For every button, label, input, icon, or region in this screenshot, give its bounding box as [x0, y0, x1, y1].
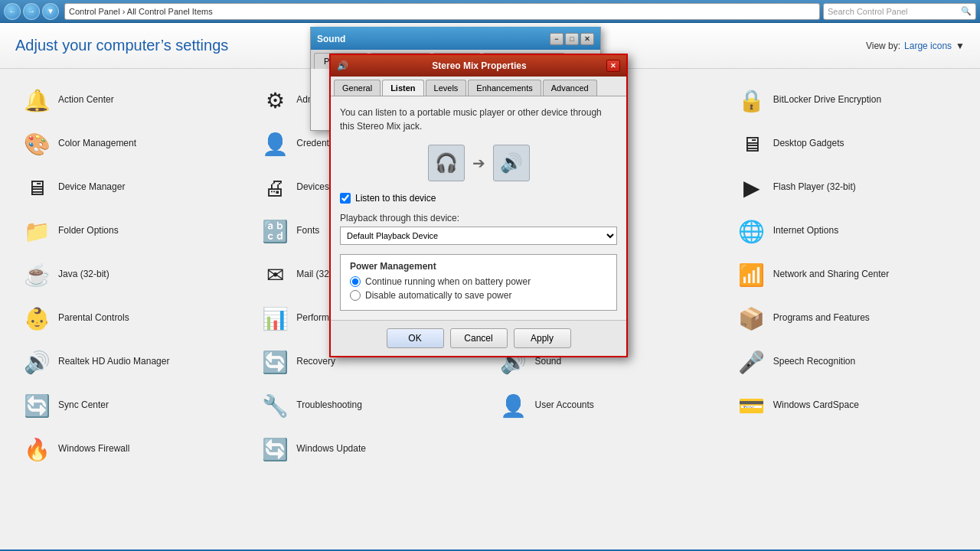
power-option2-row: Disable automatically to save power: [350, 290, 607, 301]
search-placeholder: Search Control Panel: [828, 7, 908, 16]
view-mode-selector[interactable]: Large icons: [904, 41, 952, 51]
icon-item-realtek[interactable]: 🔊 Realtek HD Audio Manager: [15, 342, 250, 382]
icon-item-java[interactable]: ☕ Java (32-bit): [15, 255, 250, 295]
icon-item-windows-update[interactable]: 🔄 Windows Update: [253, 429, 488, 469]
sound-dialog-titlebar: Sound − □ ✕: [311, 28, 600, 50]
icon-label-desktop-gadgets: Desktop Gadgets: [773, 138, 844, 150]
icon-device-manager: 🖥: [21, 172, 52, 203]
view-mode-chevron[interactable]: ▼: [956, 41, 965, 51]
power-option1-radio[interactable]: [350, 276, 361, 287]
icon-item-troubleshoot[interactable]: 🔧 Troubleshooting: [253, 386, 488, 425]
icon-item-network[interactable]: 📶 Network and Sharing Center: [730, 255, 965, 295]
icon-network: 📶: [737, 259, 767, 290]
icon-label-java: Java (32-bit): [58, 269, 109, 281]
icon-label-recovery: Recovery: [296, 356, 335, 368]
icon-item-color-mgmt[interactable]: 🎨 Color Management: [15, 124, 250, 164]
ok-button[interactable]: OK: [387, 328, 444, 348]
forward-button[interactable]: →: [23, 3, 40, 20]
listen-description: You can listen to a portable music playe…: [340, 106, 617, 133]
icon-performance: 📊: [260, 303, 290, 334]
stereo-dialog-footer: OK Cancel Apply: [331, 320, 626, 356]
stereo-tab-listen[interactable]: Listen: [382, 80, 423, 96]
icon-item-desktop-gadgets[interactable]: 🖥 Desktop Gadgets: [730, 124, 965, 164]
stereo-dialog-titlebar: 🔊 Stereo Mix Properties ✕: [331, 55, 626, 77]
sound-maximize-button[interactable]: □: [565, 33, 579, 45]
stereo-close-button[interactable]: ✕: [606, 60, 620, 72]
apply-button[interactable]: Apply: [514, 328, 571, 348]
icon-item-parental[interactable]: 👶 Parental Controls: [15, 298, 250, 338]
device-flow: 🎧 ➔ 🔊: [340, 145, 617, 181]
icon-windows-firewall: 🔥: [21, 434, 52, 465]
flow-arrow: ➔: [472, 154, 485, 172]
icon-item-programs[interactable]: 📦 Programs and Features: [730, 298, 965, 338]
icon-label-user-accounts: User Accounts: [535, 399, 594, 412]
power-option2-radio[interactable]: [350, 290, 361, 301]
icon-item-action-center[interactable]: 🔔 Action Center: [15, 80, 250, 120]
stereo-tab-enhancements[interactable]: Enhancements: [468, 80, 541, 96]
icon-programs: 📦: [737, 303, 767, 334]
icon-item-folder-options[interactable]: 📁 Folder Options: [15, 211, 250, 251]
playback-label: Playback through this device:: [340, 213, 617, 223]
stereo-dialog-tabs: General Listen Levels Enhancements Advan…: [331, 77, 626, 96]
icon-item-internet-options[interactable]: 🌐 Internet Options: [730, 211, 965, 251]
icon-item-device-manager[interactable]: 🖥 Device Manager: [15, 168, 250, 207]
view-by-control: View by: Large icons ▼: [866, 41, 965, 51]
icon-item-user-accounts[interactable]: 👤 User Accounts: [492, 386, 727, 425]
icon-label-sync: Sync Center: [58, 399, 109, 412]
icon-label-internet-options: Internet Options: [773, 225, 838, 237]
power-management-title: Power Management: [350, 261, 607, 272]
stereo-tab-levels[interactable]: Levels: [426, 80, 467, 96]
icon-sync: 🔄: [21, 390, 52, 421]
power-option1-label: Continue running when on battery power: [365, 276, 531, 287]
stereo-dialog-body: You can listen to a portable music playe…: [331, 96, 626, 320]
playback-section: Playback through this device: Default Pl…: [340, 213, 617, 245]
power-option2-label: Disable automatically to save power: [365, 290, 511, 301]
recent-button[interactable]: ▼: [42, 3, 59, 20]
icon-mail: ✉: [260, 259, 290, 290]
playback-device-select[interactable]: Default Playback Device: [340, 227, 617, 245]
icon-item-windows-cardspace[interactable]: 💳 Windows CardSpace: [730, 386, 965, 425]
icon-desktop-gadgets: 🖥: [737, 129, 767, 159]
sound-minimize-button[interactable]: −: [550, 33, 564, 45]
icon-item-flash-player[interactable]: ▶ Flash Player (32-bit): [730, 168, 965, 207]
icon-speech: 🎤: [737, 347, 767, 377]
icon-devices-printers: 🖨: [260, 172, 290, 203]
icon-label-fonts: Fonts: [296, 225, 319, 237]
icon-action-center: 🔔: [21, 85, 52, 116]
stereo-mix-dialog: 🔊 Stereo Mix Properties ✕ General Listen…: [329, 54, 628, 357]
stereo-tab-advanced[interactable]: Advanced: [543, 80, 597, 96]
icon-label-action-center: Action Center: [58, 94, 114, 106]
icon-color-mgmt: 🎨: [21, 129, 52, 159]
search-bar[interactable]: Search Control Panel 🔍: [823, 3, 976, 20]
icon-recovery: 🔄: [260, 347, 290, 377]
icon-java: ☕: [21, 259, 52, 290]
icon-label-folder-options: Folder Options: [58, 225, 119, 237]
icon-label-windows-cardspace: Windows CardSpace: [773, 399, 859, 412]
icon-item-speech[interactable]: 🎤 Speech Recognition: [730, 342, 965, 382]
icon-realtek: 🔊: [21, 347, 52, 377]
back-button[interactable]: ←: [4, 3, 21, 20]
power-management-section: Power Management Continue running when o…: [340, 254, 617, 311]
sound-dialog-title: Sound: [317, 34, 345, 44]
icon-label-windows-firewall: Windows Firewall: [58, 443, 129, 455]
stereo-dialog-title: Stereo Mix Properties: [432, 60, 526, 71]
stereo-tab-general[interactable]: General: [334, 80, 381, 96]
sound-titlebar-controls: − □ ✕: [550, 33, 594, 45]
source-device-icon: 🎧: [428, 145, 465, 181]
cancel-button[interactable]: Cancel: [450, 328, 508, 348]
icon-credential-mgr: 👤: [260, 129, 290, 159]
icon-internet-options: 🌐: [737, 216, 767, 246]
icon-label-device-manager: Device Manager: [58, 181, 125, 194]
icon-label-windows-update: Windows Update: [296, 443, 366, 455]
icon-label-network: Network and Sharing Center: [773, 269, 889, 281]
icon-item-bitlocker[interactable]: 🔒 BitLocker Drive Encryption: [730, 80, 965, 120]
icon-item-windows-firewall[interactable]: 🔥 Windows Firewall: [15, 429, 250, 469]
icon-item-sync[interactable]: 🔄 Sync Center: [15, 386, 250, 425]
icon-label-sound: Sound: [535, 356, 562, 368]
icon-bitlocker: 🔒: [737, 85, 767, 116]
icon-label-troubleshoot: Troubleshooting: [296, 399, 362, 412]
address-bar[interactable]: Control Panel › All Control Panel Items: [64, 3, 820, 20]
listen-checkbox[interactable]: [340, 193, 351, 204]
icon-label-programs: Programs and Features: [773, 312, 870, 324]
sound-close-button[interactable]: ✕: [580, 33, 594, 45]
